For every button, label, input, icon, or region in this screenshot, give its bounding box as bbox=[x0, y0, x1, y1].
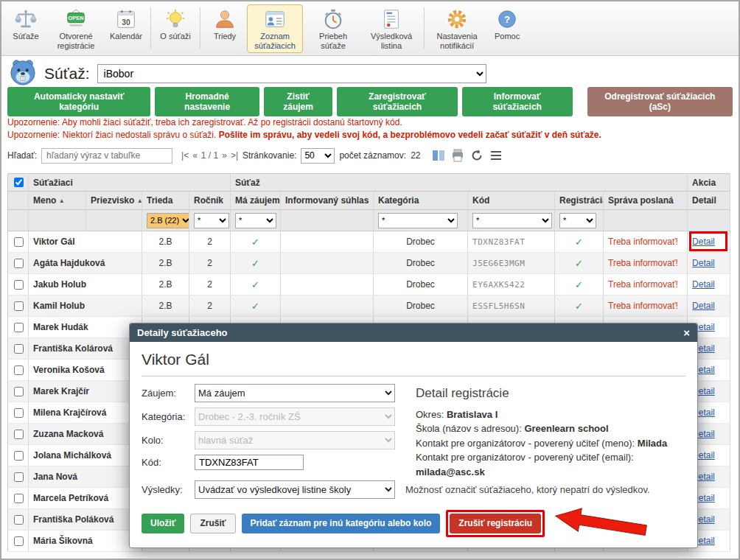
header-ma-zaujem[interactable]: Má záujem bbox=[231, 192, 281, 210]
refresh-icon[interactable] bbox=[470, 149, 484, 162]
filter-rocnik-select[interactable]: * bbox=[194, 213, 229, 228]
row-checkbox[interactable] bbox=[14, 494, 24, 503]
header-sprava-poslana[interactable]: Správa poslaná bbox=[604, 192, 688, 210]
competition-header: Súťaž: iBobor bbox=[1, 56, 739, 90]
toolbar-item-zoznam-sutaziacich[interactable]: Zoznam súťažiacich bbox=[247, 4, 303, 53]
row-checkbox[interactable] bbox=[14, 365, 24, 375]
row-checkbox[interactable] bbox=[14, 472, 24, 482]
row-checkbox[interactable] bbox=[14, 344, 24, 354]
filter-kategoria-select[interactable]: * bbox=[378, 213, 458, 228]
filter-registracia-select[interactable]: * bbox=[559, 213, 596, 228]
toolbar-item-pomoc[interactable]: ? Pomoc bbox=[487, 4, 527, 44]
check-interest-button[interactable]: Zistiť záujem bbox=[264, 87, 332, 116]
help-icon: ? bbox=[496, 7, 518, 31]
pager-first-button[interactable]: |< bbox=[181, 150, 189, 161]
columns-icon[interactable] bbox=[432, 149, 445, 162]
page-size-select[interactable]: 50 bbox=[301, 148, 335, 164]
list-view-icon[interactable] bbox=[489, 149, 503, 162]
printer-icon[interactable] bbox=[451, 149, 464, 162]
header-priezvisko[interactable]: Priezvisko ▲ bbox=[86, 192, 142, 210]
inform-participants-button[interactable]: Informovať súťažiacich bbox=[462, 87, 573, 116]
toolbar-separator bbox=[200, 7, 200, 49]
cell-trieda: 2.B bbox=[142, 231, 189, 253]
cell-kategoria: Drobec bbox=[374, 295, 468, 317]
header-rocnik[interactable]: Ročník bbox=[189, 192, 231, 210]
zaujem-select[interactable]: Má záujem bbox=[195, 384, 395, 402]
detail-link[interactable]: Detail bbox=[692, 301, 715, 311]
header-kategoria[interactable]: Kategória bbox=[374, 192, 468, 210]
select-all-checkbox[interactable] bbox=[14, 178, 24, 187]
row-checkbox[interactable] bbox=[14, 430, 24, 439]
detail-link[interactable]: Detail bbox=[692, 279, 715, 290]
row-checkbox[interactable] bbox=[14, 408, 24, 418]
toolbar-item-sutaze[interactable]: Súťaže bbox=[6, 4, 46, 44]
row-checkbox[interactable] bbox=[14, 515, 24, 525]
register-participants-button[interactable]: Zaregistrovať súťažiacich bbox=[337, 87, 457, 116]
competition-select[interactable]: iBobor bbox=[97, 64, 486, 83]
kod-input[interactable] bbox=[195, 455, 304, 470]
toolbar-item-kalendar[interactable]: 30 Kalendár bbox=[106, 4, 146, 44]
pager-prev-button[interactable]: « bbox=[192, 150, 198, 161]
cell-name: Veronika Košová bbox=[29, 360, 142, 381]
toolbar-item-label: Nastavenia notifikácií bbox=[433, 32, 481, 50]
cancel-registration-button[interactable]: Zrušiť registráciu bbox=[450, 514, 541, 533]
pager-next-button[interactable]: » bbox=[222, 150, 227, 161]
header-checkbox-col bbox=[8, 192, 29, 210]
table-row: Jakub Holub 2.B 2 ✓ Drobec EY6AXKS422 ✓ … bbox=[8, 274, 730, 295]
pagination-label: Stránkovanie: bbox=[242, 150, 296, 161]
row-checkbox[interactable] bbox=[14, 536, 24, 546]
header-informovany-suhlas[interactable]: Informovaný súhlas bbox=[281, 192, 374, 210]
detail-link[interactable]: Detail bbox=[692, 237, 715, 247]
header-registracia[interactable]: Registrácia bbox=[555, 192, 604, 210]
filter-trieda-select[interactable]: 2.B (22) bbox=[147, 213, 189, 228]
toolbar-item-vysledkova-listina[interactable]: Výsledková listina bbox=[363, 4, 419, 53]
cell-trieda: 2.B bbox=[142, 274, 189, 295]
header-kod[interactable]: Kód bbox=[468, 192, 555, 210]
highlight-box: Zrušiť registráciu bbox=[446, 510, 545, 537]
filter-ma-zaujem-select[interactable]: * bbox=[235, 213, 276, 228]
toolbar-item-priebeh-sutaze[interactable]: Priebeh súťaže bbox=[305, 4, 361, 53]
cell-name: Jolana Michálková bbox=[29, 445, 142, 466]
add-record-button[interactable]: Pridať záznam pre inú kategóriu alebo ko… bbox=[242, 514, 441, 533]
detail-link[interactable]: Detail bbox=[692, 258, 715, 268]
cell-kategoria: Drobec bbox=[374, 253, 468, 274]
vysledky-select[interactable]: Uvádzať vo výsledkovej listine školy bbox=[195, 480, 395, 499]
bulk-settings-button[interactable]: Hromadné nastavenie bbox=[155, 87, 259, 116]
group-header-sutaz: Súťaž bbox=[231, 174, 688, 192]
modal-header[interactable]: Detaily súťažiaceho × bbox=[130, 323, 697, 342]
pager-last-button[interactable]: >| bbox=[231, 150, 238, 161]
cell-informovany-suhlas bbox=[281, 231, 374, 253]
modal-footer: Uložiť Zrušiť Pridať záznam pre inú kate… bbox=[142, 508, 685, 539]
row-checkbox[interactable] bbox=[14, 323, 24, 332]
toolbar-item-otvorene-registracie[interactable]: OPEN Otvorené registrácie bbox=[48, 4, 104, 53]
toolbar-item-triedy[interactable]: Triedy bbox=[205, 4, 245, 44]
select-all-cell bbox=[8, 174, 29, 192]
group-header-sutaziaci: Súťažiaci bbox=[29, 174, 231, 192]
close-icon[interactable]: × bbox=[683, 327, 690, 338]
auto-category-button[interactable]: Automaticky nastaviť kategóriu bbox=[7, 87, 150, 116]
cell-detail: Detail bbox=[688, 253, 730, 274]
row-checkbox[interactable] bbox=[14, 259, 24, 268]
header-meno[interactable]: Meno ▲ bbox=[29, 192, 86, 210]
search-input[interactable] bbox=[41, 148, 172, 164]
toolbar-item-o-sutazi[interactable]: O súťaži bbox=[156, 4, 195, 44]
cancel-button[interactable]: Zrušiť bbox=[190, 514, 235, 533]
registration-okres: Okres: Bratislava I bbox=[416, 407, 685, 422]
toolbar-item-nastavenia-notifikacii[interactable]: Nastavenia notifikácií bbox=[429, 4, 485, 53]
unregister-participants-button[interactable]: Odregistrovať súťažiacich (aSc) bbox=[587, 87, 733, 116]
row-checkbox[interactable] bbox=[14, 301, 24, 311]
filter-kod-select[interactable]: * bbox=[472, 213, 552, 228]
kolo-label: Kolo: bbox=[142, 435, 195, 446]
row-checkbox[interactable] bbox=[14, 387, 24, 396]
save-button[interactable]: Uložiť bbox=[142, 514, 184, 533]
search-label: Hľadať: bbox=[7, 150, 37, 161]
row-checkbox[interactable] bbox=[14, 237, 24, 247]
kod-label: Kód: bbox=[142, 457, 195, 468]
header-trieda[interactable]: Trieda bbox=[142, 192, 189, 210]
row-checkbox-cell bbox=[8, 295, 29, 317]
row-checkbox[interactable] bbox=[14, 280, 24, 290]
row-checkbox[interactable] bbox=[14, 451, 24, 461]
table-header-row: Meno ▲ Priezvisko ▲ Trieda Ročník Má záu… bbox=[8, 192, 730, 210]
row-checkbox-cell bbox=[8, 253, 29, 274]
scales-icon bbox=[15, 7, 37, 31]
